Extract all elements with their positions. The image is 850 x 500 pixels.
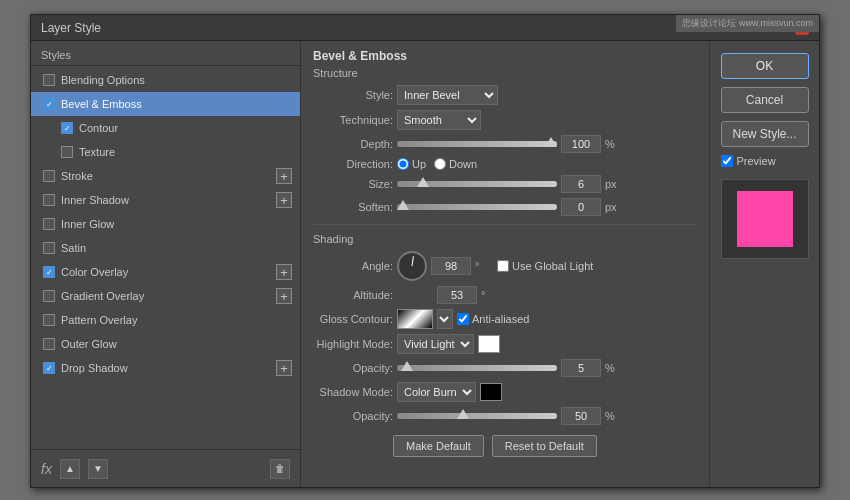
sidebar-item-satin[interactable]: Satin	[31, 236, 300, 260]
use-global-light-option[interactable]: Use Global Light	[497, 260, 593, 272]
depth-thumb[interactable]	[545, 137, 557, 147]
dialog-title: Layer Style	[41, 21, 101, 35]
sidebar-item-blending-options[interactable]: Blending Options	[31, 68, 300, 92]
left-panel: Styles Blending Options Bevel & Emboss C…	[31, 41, 301, 487]
sidebar-item-contour[interactable]: Contour	[31, 116, 300, 140]
drop-shadow-add-button[interactable]: +	[276, 360, 292, 376]
sidebar-item-gradient-overlay[interactable]: Gradient Overlay +	[31, 284, 300, 308]
soften-slider[interactable]	[397, 204, 557, 210]
shadow-opacity-input[interactable]	[561, 407, 601, 425]
highlight-opacity-input[interactable]	[561, 359, 601, 377]
blending-options-label: Blending Options	[61, 74, 145, 86]
direction-down-option[interactable]: Down	[434, 158, 477, 170]
color-overlay-checkbox[interactable]	[43, 266, 55, 278]
sidebar-item-inner-glow[interactable]: Inner Glow	[31, 212, 300, 236]
sidebar-item-pattern-overlay[interactable]: Pattern Overlay	[31, 308, 300, 332]
outer-glow-checkbox[interactable]	[43, 338, 55, 350]
angle-dial[interactable]	[397, 251, 427, 281]
soften-unit: px	[605, 201, 623, 213]
size-thumb[interactable]	[417, 177, 429, 187]
soften-thumb[interactable]	[397, 200, 409, 210]
stroke-add-button[interactable]: +	[276, 168, 292, 184]
move-down-button[interactable]: ▼	[88, 459, 108, 479]
delete-button[interactable]: 🗑	[270, 459, 290, 479]
technique-select[interactable]: Smooth Chisel Hard Chisel Soft	[397, 110, 481, 130]
contour-checkbox[interactable]	[61, 122, 73, 134]
gloss-contour-select[interactable]	[437, 309, 453, 329]
sidebar-item-texture[interactable]: Texture	[31, 140, 300, 164]
move-up-button[interactable]: ▲	[60, 459, 80, 479]
make-default-button[interactable]: Make Default	[393, 435, 484, 457]
depth-row: Depth: %	[313, 135, 697, 153]
bevel-emboss-checkbox[interactable]	[43, 98, 55, 110]
inner-shadow-checkbox[interactable]	[43, 194, 55, 206]
highlight-opacity-thumb[interactable]	[401, 361, 413, 371]
highlight-opacity-slider[interactable]	[397, 365, 557, 371]
soften-input[interactable]	[561, 198, 601, 216]
preview-row: Preview	[721, 155, 809, 167]
contour-label: Contour	[79, 122, 118, 134]
stroke-checkbox[interactable]	[43, 170, 55, 182]
sidebar-item-inner-shadow[interactable]: Inner Shadow +	[31, 188, 300, 212]
gloss-contour-preview[interactable]	[397, 309, 433, 329]
depth-slider[interactable]	[397, 141, 557, 147]
sidebar-item-stroke[interactable]: Stroke +	[31, 164, 300, 188]
direction-up-label: Up	[412, 158, 426, 170]
shading-section: Shading Angle: ° Use Global Light	[313, 233, 697, 425]
gradient-overlay-checkbox[interactable]	[43, 290, 55, 302]
new-style-button[interactable]: New Style...	[721, 121, 809, 147]
angle-needle	[412, 256, 414, 266]
shadow-opacity-thumb[interactable]	[457, 409, 469, 419]
color-overlay-add-button[interactable]: +	[276, 264, 292, 280]
shadow-mode-select[interactable]: Color Burn Multiply Normal	[397, 382, 476, 402]
preview-checkbox[interactable]	[721, 155, 733, 167]
use-global-light-checkbox[interactable]	[497, 260, 509, 272]
structure-label: Structure	[313, 67, 697, 79]
altitude-input[interactable]	[437, 286, 477, 304]
direction-up-radio[interactable]	[397, 158, 409, 170]
highlight-opacity-unit: %	[605, 362, 623, 374]
shadow-color-swatch[interactable]	[480, 383, 502, 401]
direction-label: Direction:	[313, 158, 393, 170]
angle-unit: °	[475, 260, 493, 272]
sidebar-item-outer-glow[interactable]: Outer Glow	[31, 332, 300, 356]
depth-input[interactable]	[561, 135, 601, 153]
preview-box	[721, 179, 809, 259]
sidebar-item-drop-shadow[interactable]: Drop Shadow +	[31, 356, 300, 380]
altitude-label: Altitude:	[313, 289, 393, 301]
anti-aliased-option[interactable]: Anti-aliased	[457, 313, 529, 325]
satin-label: Satin	[61, 242, 86, 254]
shadow-opacity-slider[interactable]	[397, 413, 557, 419]
angle-input[interactable]	[431, 257, 471, 275]
drop-shadow-checkbox[interactable]	[43, 362, 55, 374]
size-unit: px	[605, 178, 623, 190]
highlight-color-swatch[interactable]	[478, 335, 500, 353]
pattern-overlay-label: Pattern Overlay	[61, 314, 137, 326]
texture-checkbox[interactable]	[61, 146, 73, 158]
blending-options-checkbox[interactable]	[43, 74, 55, 86]
direction-up-option[interactable]: Up	[397, 158, 426, 170]
inner-glow-checkbox[interactable]	[43, 218, 55, 230]
highlight-mode-row: Highlight Mode: Vivid Light Normal Scree…	[313, 334, 697, 354]
altitude-row: Altitude: °	[313, 286, 697, 304]
size-slider[interactable]	[397, 181, 557, 187]
sidebar-item-color-overlay[interactable]: Color Overlay +	[31, 260, 300, 284]
satin-checkbox[interactable]	[43, 242, 55, 254]
cancel-button[interactable]: Cancel	[721, 87, 809, 113]
depth-unit: %	[605, 138, 623, 150]
gradient-overlay-add-button[interactable]: +	[276, 288, 292, 304]
anti-aliased-checkbox[interactable]	[457, 313, 469, 325]
technique-row: Technique: Smooth Chisel Hard Chisel Sof…	[313, 110, 697, 130]
ok-button[interactable]: OK	[721, 53, 809, 79]
size-input[interactable]	[561, 175, 601, 193]
pattern-overlay-checkbox[interactable]	[43, 314, 55, 326]
reset-to-default-button[interactable]: Reset to Default	[492, 435, 597, 457]
angle-row: Angle: ° Use Global Light	[313, 251, 697, 281]
preview-pink-square	[737, 191, 793, 247]
inner-shadow-add-button[interactable]: +	[276, 192, 292, 208]
highlight-mode-select[interactable]: Vivid Light Normal Screen	[397, 334, 474, 354]
direction-down-radio[interactable]	[434, 158, 446, 170]
sidebar-item-bevel-emboss[interactable]: Bevel & Emboss	[31, 92, 300, 116]
style-select[interactable]: Inner Bevel Outer Bevel Emboss Pillow Em…	[397, 85, 498, 105]
soften-label: Soften:	[313, 201, 393, 213]
